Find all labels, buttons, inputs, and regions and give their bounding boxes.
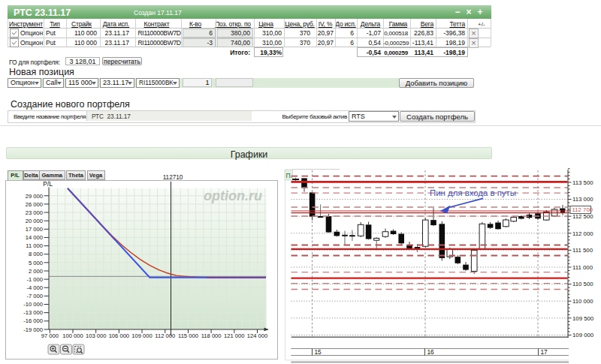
svg-text:112 000: 112 000 <box>155 332 175 338</box>
svg-text:5 000: 5 000 <box>29 259 43 266</box>
svg-text:112 000: 112 000 <box>572 230 593 237</box>
svg-text:110 500: 110 500 <box>572 281 593 287</box>
svg-text:-16 000: -16 000 <box>23 317 43 324</box>
svg-text:2 000: 2 000 <box>29 267 43 274</box>
svg-text:106 000: 106 000 <box>109 332 129 338</box>
svg-text:15: 15 <box>315 348 322 356</box>
svg-text:97 000: 97 000 <box>41 332 59 338</box>
svg-text:112 700: 112 700 <box>572 206 593 213</box>
svg-text:103 000: 103 000 <box>86 332 106 338</box>
svg-text:109 500: 109 500 <box>572 315 594 322</box>
svg-text:14 000: 14 000 <box>26 234 43 241</box>
svg-text:100 000: 100 000 <box>62 332 83 338</box>
svg-text:110 000: 110 000 <box>572 298 593 305</box>
svg-text:П.: П. <box>286 172 292 179</box>
svg-text:111 500: 111 500 <box>572 247 593 254</box>
svg-text:-13 000: -13 000 <box>23 309 43 316</box>
svg-text:8 000: 8 000 <box>29 251 43 257</box>
svg-text:109 000: 109 000 <box>572 332 594 338</box>
svg-text:option.ru: option.ru <box>204 188 262 203</box>
svg-text:-7 000: -7 000 <box>26 293 43 299</box>
svg-text:111 000: 111 000 <box>572 264 593 271</box>
svg-text:-4 000: -4 000 <box>26 284 43 290</box>
svg-text:11 000: 11 000 <box>26 242 43 249</box>
svg-text:Пин для входа в путы: Пин для входа в путы <box>430 188 516 197</box>
svg-text:113 000: 113 000 <box>572 196 593 203</box>
svg-text:118 000: 118 000 <box>201 332 222 338</box>
svg-text:121 000: 121 000 <box>224 332 244 338</box>
svg-text:16: 16 <box>427 348 435 356</box>
svg-text:17: 17 <box>541 348 548 356</box>
svg-text:115 000: 115 000 <box>178 332 198 338</box>
svg-text:23 000: 23 000 <box>26 209 43 215</box>
svg-text:P/L: P/L <box>43 180 53 188</box>
svg-text:26 000: 26 000 <box>26 200 43 207</box>
svg-text:124 000: 124 000 <box>247 332 267 338</box>
svg-text:17 000: 17 000 <box>26 226 43 233</box>
svg-text:29 000: 29 000 <box>26 192 43 199</box>
svg-text:-1 000: -1 000 <box>26 275 43 282</box>
svg-text:-10 000: -10 000 <box>23 301 43 308</box>
svg-text:109 000: 109 000 <box>131 332 152 338</box>
svg-text:112 500: 112 500 <box>572 213 593 220</box>
svg-text:113 500: 113 500 <box>572 179 593 186</box>
svg-text:20 000: 20 000 <box>26 217 43 224</box>
svg-text:-19 000: -19 000 <box>23 326 43 332</box>
